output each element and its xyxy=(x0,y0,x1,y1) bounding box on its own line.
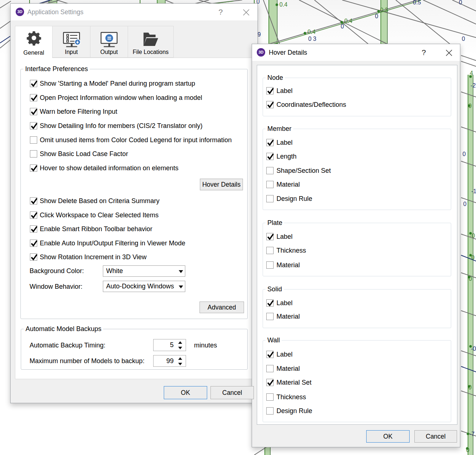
svg-text:0: 0 xyxy=(375,13,378,19)
svg-text:0: 0 xyxy=(466,447,469,453)
svg-text:0 3: 0 3 xyxy=(308,36,316,42)
svg-text:0: 0 xyxy=(468,103,472,109)
svg-text:0: 0 xyxy=(463,201,467,207)
svg-text:-1: -1 xyxy=(471,188,476,194)
svg-text:0: 0 xyxy=(341,23,344,30)
svg-text:0: 0 xyxy=(469,276,472,282)
svg-text:-0: -0 xyxy=(470,233,475,239)
svg-text:0.4: 0.4 xyxy=(344,18,352,24)
svg-text:0.4: 0.4 xyxy=(307,29,316,35)
svg-text:0.4: 0.4 xyxy=(279,1,287,8)
svg-text:0: 0 xyxy=(459,0,462,5)
svg-text:-0: -0 xyxy=(471,346,476,352)
svg-text:0: 0 xyxy=(471,254,475,261)
svg-text:0: 0 xyxy=(462,36,465,42)
svg-text:9: 9 xyxy=(258,31,261,38)
svg-text:0: 0 xyxy=(468,384,472,390)
svg-text:0.3: 0.3 xyxy=(380,7,388,13)
svg-text:0: 0 xyxy=(463,151,466,157)
svg-text:-2: -2 xyxy=(471,82,476,89)
svg-text:-7: -7 xyxy=(469,431,475,437)
svg-text:4: 4 xyxy=(470,70,473,76)
svg-text:0.5: 0.5 xyxy=(413,0,421,5)
